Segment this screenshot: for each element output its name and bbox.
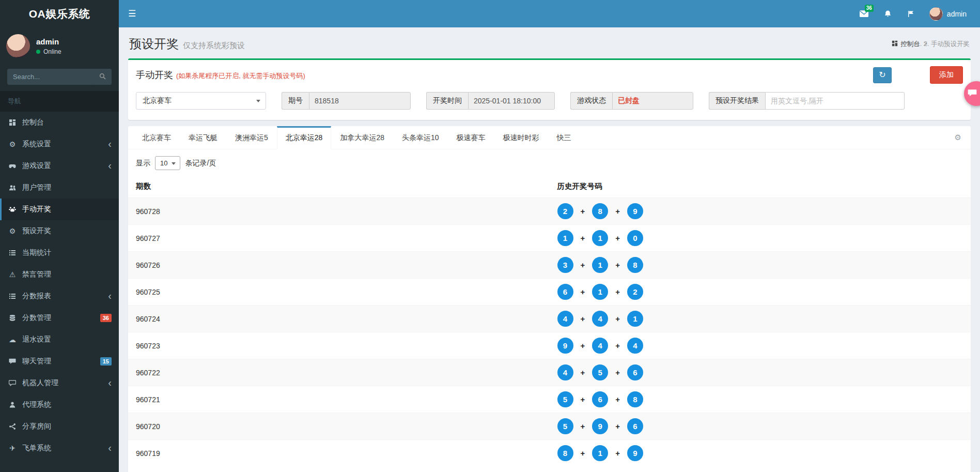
number-ball: 2: [627, 284, 643, 300]
breadcrumb: 控制台 > 手动预设开奖: [892, 40, 970, 49]
page-size-select[interactable]: 10: [155, 156, 180, 170]
page-title: 预设开奖仅支持系统彩预设: [129, 36, 245, 52]
draw-time-group: 开奖时间: [426, 92, 555, 110]
main-content: 手动开奖 (如果杀尾程序已开启, 就无需手动预设号码) ↻ 添加 北京赛车 期号: [119, 58, 980, 472]
issue-cell: 960719: [128, 440, 550, 467]
sidebar-item[interactable]: 机器人管理 ‹: [0, 372, 119, 394]
gears-icon: ⚙: [8, 140, 17, 148]
numbers-cell: 1+1+0: [550, 225, 971, 252]
sidebar-item[interactable]: 分享房间: [0, 416, 119, 437]
plus-separator: +: [581, 422, 585, 431]
table-row: 9607256+1+2: [128, 279, 971, 306]
sidebar-item[interactable]: 分数管理 36: [0, 307, 119, 329]
nav-section-header: 导航: [0, 91, 119, 112]
number-ball: 2: [557, 203, 573, 219]
sidebar-item[interactable]: ⚙ 预设开奖: [0, 220, 119, 242]
tab[interactable]: 北京幸运28: [277, 126, 332, 149]
tab-settings-gear-icon[interactable]: ⚙: [951, 133, 966, 142]
breadcrumb-home[interactable]: 控制台: [892, 40, 920, 49]
page-size-row: 显示 10 条记录/页: [128, 149, 971, 175]
panel-note: (如果杀尾程序已开启, 就无需手动预设号码): [176, 71, 305, 81]
sidebar-item[interactable]: ✈ 飞单系统 ‹: [0, 437, 119, 459]
plus-separator: +: [615, 395, 620, 404]
draw-time-input[interactable]: [468, 92, 555, 110]
numbers-cell: 8+1+9: [550, 440, 971, 467]
tasks-menu[interactable]: [899, 0, 922, 27]
issue-cell: 960727: [128, 225, 550, 252]
tab[interactable]: 加拿大幸运28: [331, 126, 393, 149]
chevron-left-icon: ‹: [108, 162, 112, 169]
add-button[interactable]: 添加: [930, 66, 963, 84]
user-menu[interactable]: admin: [922, 0, 974, 27]
tab[interactable]: 极速时时彩: [494, 126, 548, 149]
preset-result-group: 预设开奖结果: [709, 92, 905, 110]
numbers-cell: 3+1+8: [550, 252, 971, 279]
sidebar-item[interactable]: 聊天管理 15: [0, 351, 119, 372]
number-ball: 8: [627, 391, 643, 407]
numbers-cell: 5+6+8: [550, 386, 971, 413]
chevron-left-icon: ‹: [108, 445, 112, 451]
sidebar-item[interactable]: 当期统计: [0, 242, 119, 264]
plus-separator: +: [615, 341, 620, 350]
history-table: 期数 历史开奖号码 9607282+8+99607271+1+09607263+…: [128, 175, 971, 466]
game-status-input[interactable]: [612, 92, 693, 110]
caret-down-icon: [256, 100, 260, 102]
column-header-issue: 期数: [128, 175, 550, 198]
number-ball: 4: [557, 311, 573, 327]
sidebar-item[interactable]: ⚙ 系统设置 ‹: [0, 133, 119, 155]
messages-menu[interactable]: 36: [852, 0, 876, 27]
tab[interactable]: 幸运飞艇: [180, 126, 226, 149]
list-icon: [8, 249, 17, 256]
plus-separator: +: [581, 449, 585, 458]
sidebar-item[interactable]: 手动开奖: [0, 199, 119, 220]
tab[interactable]: 头条幸运10: [393, 126, 448, 149]
sidebar-item[interactable]: 代理系统: [0, 394, 119, 416]
number-ball: 6: [592, 391, 608, 407]
sidebar-search-input[interactable]: [7, 69, 94, 85]
user-panel: admin Online: [0, 27, 119, 65]
table-row: 9607244+4+1: [128, 306, 971, 332]
numbers-cell: 9+4+4: [550, 332, 971, 359]
issue-input[interactable]: [309, 92, 411, 110]
number-ball: 5: [592, 364, 608, 380]
pagination-info: 显示第 1 到第 10 条记录 共有 10 条记录: [128, 466, 971, 472]
plus-separator: +: [581, 287, 585, 296]
plus-separator: +: [581, 261, 585, 269]
table-row: 9607215+6+8: [128, 386, 971, 413]
plus-separator: +: [615, 314, 620, 323]
sidebar-item[interactable]: ☁ 退水设置: [0, 329, 119, 351]
tab[interactable]: 北京赛车: [133, 126, 180, 149]
issue-cell: 960720: [128, 413, 550, 440]
notifications-menu[interactable]: [876, 0, 899, 27]
game-select[interactable]: 北京赛车: [136, 92, 266, 110]
number-ball: 6: [557, 284, 573, 300]
flag-icon: [907, 10, 914, 18]
issue-cell: 960724: [128, 306, 550, 332]
app-logo[interactable]: OA娱乐系统: [0, 0, 119, 27]
number-ball: 0: [627, 230, 643, 246]
number-ball: 9: [627, 445, 643, 461]
sidebar-item[interactable]: 游戏设置 ‹: [0, 155, 119, 177]
cloud-icon: ☁: [8, 336, 17, 344]
plus-separator: +: [615, 287, 620, 296]
tab[interactable]: 极速赛车: [448, 126, 494, 149]
sidebar-toggle-button[interactable]: ☰: [119, 0, 145, 27]
tab-bar: 北京赛车幸运飞艇澳洲幸运5北京幸运28加拿大幸运28头条幸运10极速赛车极速时时…: [128, 126, 971, 149]
sidebar-search-button[interactable]: [94, 69, 112, 85]
sidebar-item[interactable]: ⚠ 禁言管理: [0, 264, 119, 285]
plus-separator: +: [581, 368, 585, 377]
sidebar-item[interactable]: 控制台: [0, 112, 119, 133]
paper-plane-icon: ✈: [8, 444, 17, 452]
refresh-button[interactable]: ↻: [873, 67, 892, 83]
tab[interactable]: 快三: [548, 126, 580, 149]
table-row: 9607282+8+9: [128, 198, 971, 225]
tab[interactable]: 澳洲幸运5: [226, 126, 277, 149]
preset-result-input[interactable]: [765, 92, 905, 110]
plus-separator: +: [581, 207, 585, 216]
sidebar-item[interactable]: 分数报表 ‹: [0, 285, 119, 307]
sidebar-user-status[interactable]: Online: [36, 48, 61, 55]
refresh-icon: ↻: [879, 71, 885, 79]
caret-down-icon: [172, 162, 176, 165]
chat-icon: [8, 358, 17, 365]
sidebar-item[interactable]: 用户管理: [0, 177, 119, 199]
